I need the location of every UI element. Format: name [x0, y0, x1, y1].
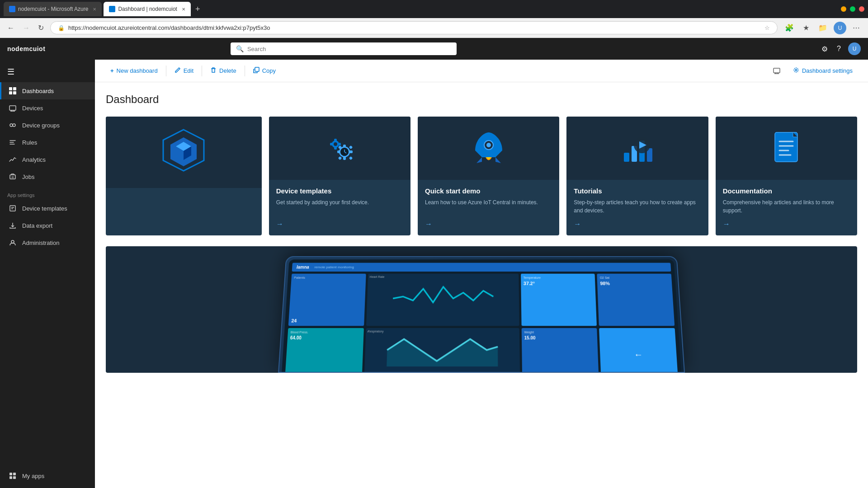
tutorials-visual [566, 117, 708, 180]
tutorials-arrow: → [574, 220, 701, 228]
sidebar-item-jobs[interactable]: Jobs [0, 168, 95, 185]
quick-start-title: Quick start demo [425, 187, 552, 195]
header-actions: ⚙ ? U [820, 42, 861, 55]
quick-start-card[interactable]: Quick start demo Learn how to use Azure … [418, 117, 559, 235]
sidebar-label-device-groups: Device groups [22, 122, 60, 129]
svg-rect-11 [13, 473, 16, 475]
window-controls [841, 6, 864, 12]
back-button[interactable]: ← [5, 22, 16, 34]
browser-tab-azure[interactable]: nodemcuiot - Microsoft Azure ✕ [4, 2, 102, 16]
sidebar-label-device-templates: Device templates [22, 205, 67, 212]
menu-button[interactable]: ⋯ [850, 22, 863, 34]
svg-point-43 [486, 143, 491, 147]
tab-title-active: Dashboard | nodemcuiot [118, 6, 177, 12]
tile-4: O2 Sat 98% [597, 274, 675, 326]
svg-marker-58 [387, 339, 498, 366]
sidebar: ☰ Dashboards [0, 60, 95, 488]
jobs-icon [9, 173, 17, 181]
svg-rect-34 [349, 150, 353, 153]
refresh-button[interactable]: ↻ [36, 22, 46, 34]
sidebar-label-rules: Rules [22, 139, 37, 146]
help-icon-button[interactable]: ? [835, 43, 843, 55]
browser-tab-dashboard[interactable]: Dashboard | nodemcuiot ✕ [104, 2, 191, 16]
tile-8: ← [599, 328, 678, 372]
device-templates-icon [319, 128, 360, 169]
svg-rect-32 [343, 156, 346, 160]
device-templates-arrow: → [276, 220, 403, 228]
svg-rect-36 [349, 145, 353, 149]
delete-button[interactable]: Delete [206, 64, 241, 77]
svg-point-5 [10, 124, 13, 127]
tutorials-card[interactable]: Tutorials Step-by-step articles teach yo… [566, 117, 708, 235]
favorites-button[interactable]: ★ [800, 22, 812, 34]
analytics-icon [9, 155, 17, 164]
sidebar-toggle[interactable]: ☰ [0, 63, 95, 80]
sidebar-item-devices[interactable]: Devices [0, 99, 95, 117]
sidebar-item-data-export[interactable]: Data export [0, 217, 95, 234]
device-templates-card[interactable]: Device templates Get started by adding y… [269, 117, 410, 235]
minimize-button[interactable] [841, 6, 846, 12]
documentation-arrow: → [723, 220, 850, 228]
svg-rect-15 [774, 68, 780, 73]
copy-button[interactable]: Copy [249, 64, 280, 77]
new-dashboard-button[interactable]: + + New dashboard New dashboard [106, 65, 162, 77]
svg-rect-14 [255, 67, 259, 71]
search-input[interactable] [247, 46, 451, 52]
sidebar-item-device-groups[interactable]: Device groups [0, 117, 95, 134]
svg-rect-1 [13, 87, 16, 90]
collections-button[interactable]: 📁 [816, 22, 830, 34]
sidebar-item-analytics[interactable]: Analytics [0, 151, 95, 168]
sidebar-label-dashboards: Dashboards [22, 88, 54, 94]
tile-1: Patients 24 [288, 274, 366, 326]
quick-start-arrow: → [425, 220, 552, 228]
header-search[interactable]: 🔍 [231, 42, 457, 55]
svg-rect-12 [9, 476, 12, 479]
svg-point-16 [795, 69, 797, 71]
svg-rect-10 [9, 473, 12, 475]
close-button[interactable] [859, 6, 864, 12]
rules-icon [9, 138, 17, 146]
sidebar-item-dashboards[interactable]: Dashboards [0, 82, 95, 99]
app-header: nodemcuiot 🔍 ⚙ ? U [0, 38, 868, 60]
browser-chrome: nodemcuiot - Microsoft Azure ✕ Dashboard… [0, 0, 868, 18]
documentation-icon [766, 128, 807, 169]
sidebar-item-rules[interactable]: Rules [0, 134, 95, 151]
svg-rect-38 [349, 156, 353, 160]
edit-button[interactable]: Edit [170, 64, 198, 77]
maximize-button[interactable] [850, 6, 855, 12]
svg-rect-13 [13, 476, 16, 479]
svg-rect-0 [9, 87, 12, 90]
svg-point-9 [11, 240, 14, 243]
settings-icon-button[interactable]: ⚙ [820, 43, 830, 55]
toolbar: + + New dashboard New dashboard Edit [95, 60, 868, 82]
device-templates-desc: Get started by adding your first device. [276, 198, 403, 215]
sidebar-item-my-apps[interactable]: My apps [0, 467, 95, 484]
sidebar-item-device-templates[interactable]: Device templates [0, 200, 95, 217]
heart-rate-chart [368, 279, 517, 308]
delete-icon [210, 67, 217, 75]
avatar[interactable]: U [848, 42, 861, 55]
address-bar[interactable]: 🔒 https://nodemcuiot.azureiotcentral.com… [50, 21, 778, 34]
forward-button[interactable]: → [21, 22, 32, 34]
tile-3: Temperature 37.2° [521, 274, 597, 326]
sidebar-label-administration: Administration [22, 239, 59, 246]
plus-icon: + [110, 67, 114, 74]
extensions-button[interactable]: 🧩 [782, 22, 797, 34]
tab-close[interactable]: ✕ [93, 7, 96, 12]
tutorials-icon [617, 128, 658, 169]
sidebar-item-administration[interactable]: Administration [0, 234, 95, 251]
new-tab-button[interactable]: + [193, 5, 203, 14]
app-settings-section: App settings [0, 185, 95, 200]
monitor-icon-button[interactable] [769, 65, 785, 77]
app-container: nodemcuiot 🔍 ⚙ ? U ☰ [0, 38, 868, 488]
documentation-card[interactable]: Documentation Comprehensive help article… [716, 117, 857, 235]
active-tab-close[interactable]: ✕ [182, 7, 185, 12]
toolbar-sep-1 [166, 66, 166, 76]
dashboard-settings-button[interactable]: Dashboard settings [788, 64, 857, 77]
quick-start-body: Quick start demo Learn how to use Azure … [418, 180, 559, 235]
profile-button[interactable]: U [834, 22, 846, 34]
copy-icon [253, 67, 259, 75]
documentation-desc: Comprehensive help articles and links to… [723, 198, 850, 215]
svg-rect-4 [9, 106, 16, 110]
device-templates-title: Device templates [276, 187, 403, 195]
